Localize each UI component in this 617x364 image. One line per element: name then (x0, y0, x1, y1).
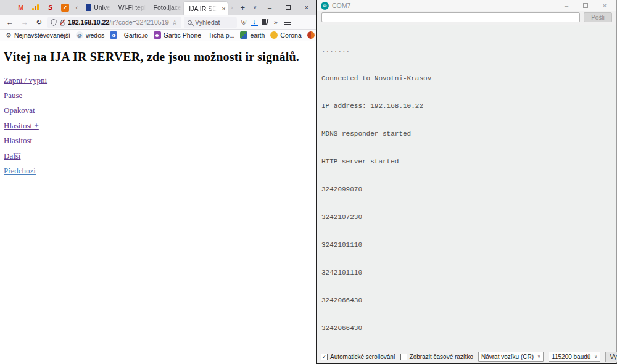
toolbar-overflow-icon[interactable]: » (272, 19, 280, 26)
reload-button[interactable]: ↻ (33, 18, 44, 27)
chevron-down-icon: ∨ (594, 354, 597, 359)
serial-output-line: HTTP server started (321, 157, 612, 167)
minimize-button[interactable]: – (260, 4, 279, 11)
serial-output-line: MDNS responder started (321, 130, 612, 139)
forward-button[interactable]: → (19, 18, 31, 27)
web-page-content: Vítej na IJA IR SERVER, zde jsou možnost… (0, 41, 316, 364)
back-button[interactable]: ← (4, 18, 16, 27)
page-link-pause[interactable]: Pause (4, 91, 312, 101)
arduino-icon: ∞ (321, 2, 329, 10)
page-link-dalsi[interactable]: Další (4, 151, 312, 161)
pinned-tab-seznam[interactable]: S (43, 0, 58, 15)
serial-output-line: Connected to Novotni-Krasov (321, 74, 612, 83)
new-tab-button[interactable]: + (236, 3, 250, 12)
serial-maximize-button[interactable] (578, 2, 594, 9)
tab-label: Foto.ljace (154, 4, 182, 11)
ball-icon (307, 31, 315, 39)
page-title: Vítej na IJA IR SERVER, zde jsou možnost… (4, 50, 312, 64)
serial-output-line: 3242066430 (321, 296, 612, 305)
page-link-hlasitost-plus[interactable]: Hlasitost + (4, 121, 312, 131)
maximize-icon (583, 3, 588, 8)
bookmark-label: - Gartic.io (120, 31, 148, 39)
page-link-predchozi[interactable]: Předchozí (4, 166, 312, 176)
bookmark-kolostesti[interactable]: kolostesti (305, 31, 316, 39)
autoscroll-checkbox[interactable]: ✓ (321, 354, 328, 360)
bookmark-wedos[interactable]: @wedos (74, 31, 106, 39)
gear-icon: ⚙ (6, 31, 12, 39)
wedos-icon: @ (76, 31, 83, 39)
tab-label: Wi-Fi tepl (118, 4, 146, 11)
pinned-tab-analytics[interactable] (28, 0, 43, 15)
search-placeholder: Vyhledat (195, 19, 220, 26)
maximize-icon (286, 5, 291, 10)
serial-send-row: Pošli (317, 11, 616, 25)
insecure-lock-icon[interactable] (59, 19, 65, 26)
tab-ija-ir-server-active[interactable]: IJA IR SE × (184, 2, 228, 15)
page-link-hlasitost-minus[interactable]: Hlasitost - (4, 136, 312, 146)
serial-output-line: 3242066430 (321, 324, 612, 333)
timestamp-checkbox[interactable] (400, 354, 407, 360)
search-input[interactable]: Vyhledat (184, 17, 237, 28)
maximize-button[interactable] (279, 4, 297, 11)
address-bar[interactable]: 192.168.10.22/ir?code=3242105190 ☆ (47, 17, 181, 28)
search-icon (188, 20, 192, 25)
clear-output-button[interactable]: Vymazat výstup (605, 352, 617, 362)
page-link-opakovat[interactable]: Opakovat (4, 105, 312, 115)
bookmark-label: Nejnavštěvovanější (14, 31, 70, 39)
bookmark-corona[interactable]: Corona (268, 31, 303, 39)
gartic-icon: G (110, 31, 117, 39)
chevron-down-icon: ∨ (537, 354, 540, 359)
tab-strip: M S Z ‹ Unive Wi-Fi tepl Foto.ljace IJA … (0, 0, 316, 15)
timestamp-label: Zobrazit časové razítko (410, 354, 473, 360)
serial-output-area[interactable]: ....... Connected to Novotni-Krasov IP a… (318, 25, 616, 350)
serial-output-line: 3242099070 (321, 185, 612, 194)
list-all-tabs-button[interactable]: ∨ (249, 5, 260, 10)
analytics-icon (32, 4, 39, 10)
tab-foto[interactable]: Foto.ljace (149, 0, 184, 15)
pinned-tab-z[interactable]: Z (58, 0, 73, 15)
tab-close-icon[interactable]: × (222, 5, 225, 12)
bookmark-label: Gartic Phone – Tichá p... (164, 31, 235, 39)
pinned-tab-gmail[interactable]: M (14, 0, 28, 15)
downloads-button[interactable]: ↓ (251, 19, 258, 26)
baud-rate-select[interactable]: 115200 baudů ∨ (549, 352, 600, 362)
send-button[interactable]: Pošli (584, 12, 612, 22)
scroll-tabs-right-button[interactable]: › (228, 4, 236, 11)
scroll-tabs-left-button[interactable]: ‹ (73, 4, 81, 11)
bookmark-most-visited[interactable]: ⚙Nejnavštěvovanější (4, 31, 72, 39)
tab-label: Unive (94, 4, 110, 11)
close-button[interactable]: × (297, 4, 316, 11)
serial-output-line: 3242107230 (321, 213, 612, 222)
serial-monitor-titlebar: ∞ COM7 – × (317, 0, 616, 11)
autoscroll-label: Automatické scrollování (330, 354, 395, 360)
tracking-shield-icon[interactable] (51, 19, 57, 26)
baud-rate-value: 115200 baudů (552, 354, 590, 360)
bookmark-star-icon[interactable]: ☆ (172, 19, 178, 27)
serial-output-line: ....... (321, 46, 612, 56)
menu-icon[interactable] (282, 20, 294, 25)
corona-icon (270, 31, 278, 39)
url-path: /ir?code=3242105190 (109, 19, 169, 26)
url-host: 192.168.10.22 (68, 19, 109, 26)
serial-close-button[interactable]: × (597, 2, 613, 9)
tab-wifi-tepl[interactable]: Wi-Fi tepl (114, 0, 149, 15)
library-icon[interactable] (260, 19, 270, 25)
tab-favicon (86, 4, 91, 11)
tab-unive[interactable]: Unive (81, 0, 114, 15)
bookmark-gartic-phone[interactable]: Gartic Phone – Tichá p... (152, 31, 237, 39)
browser-window: M S Z ‹ Unive Wi-Fi tepl Foto.ljace IJA … (0, 0, 316, 364)
line-ending-select[interactable]: Návrat vozíku (CR) ∨ (478, 352, 544, 362)
url-text: 192.168.10.22/ir?code=3242105190 (68, 19, 169, 26)
screen: M S Z ‹ Unive Wi-Fi tepl Foto.ljace IJA … (0, 0, 617, 364)
pocket-icon[interactable]: ⛨ (239, 19, 248, 27)
serial-output-line: 3242101110 (321, 268, 612, 278)
autoscroll-option: ✓ Automatické scrollování (321, 354, 395, 360)
page-link-zapni-vypni[interactable]: Zapni / vypni (4, 75, 312, 85)
bookmark-earth[interactable]: earth (238, 31, 267, 39)
serial-minimize-button[interactable]: – (558, 2, 574, 9)
serial-message-input[interactable] (321, 12, 580, 22)
serial-monitor-window: ∞ COM7 – × Pošli ....... Connected to No… (316, 0, 617, 364)
earth-icon (240, 31, 247, 39)
bookmark-gartic-io[interactable]: G- Gartic.io (108, 31, 150, 39)
line-ending-value: Návrat vozíku (CR) (481, 354, 534, 360)
